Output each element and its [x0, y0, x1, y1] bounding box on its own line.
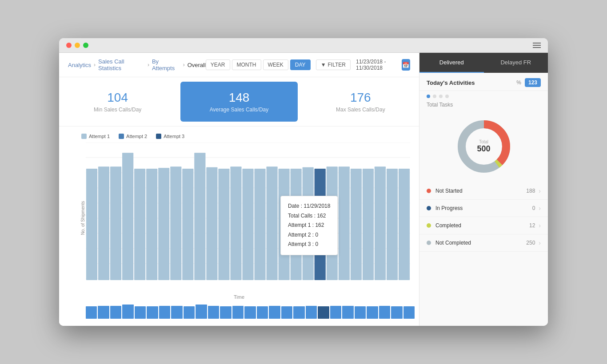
- svg-rect-25: [122, 153, 133, 280]
- donut-chart: Total 500: [455, 118, 513, 175]
- dot-3[interactable]: [439, 95, 443, 98]
- minimize-button[interactable]: [75, 43, 80, 48]
- right-panel: Delivered Delayed FR Today's Activities …: [419, 53, 548, 326]
- tooltip-attempt3: Attempt 3 : 0: [288, 240, 330, 249]
- x-axis-label: Time: [64, 294, 415, 301]
- task-count-not-completed: 250: [526, 240, 535, 246]
- breadcrumb-sep-3: ›: [183, 62, 185, 68]
- breadcrumb-sales-call-stats[interactable]: Sales Call Statistics: [98, 58, 145, 71]
- task-count-in-progress: 0: [532, 205, 535, 211]
- task-count-completed: 12: [529, 222, 535, 229]
- tooltip-date: Date : 11/29/2018: [288, 202, 330, 211]
- tab-delivered[interactable]: Delivered: [419, 53, 484, 73]
- task-name-completed: Completed: [435, 222, 529, 229]
- svg-rect-22: [98, 166, 109, 280]
- legend-attempt3: Attempt 3: [156, 134, 184, 139]
- filter-icon: ▼: [321, 62, 326, 68]
- mini-timeline[interactable]: [59, 301, 419, 326]
- legend-dot-attempt3: [156, 134, 161, 139]
- svg-rect-59: [399, 169, 410, 280]
- task-dot-completed: [427, 223, 431, 228]
- svg-rect-56: [375, 166, 386, 280]
- bar-chart[interactable]: No. of Shipments 0: [86, 142, 410, 293]
- legend-attempt2: Attempt 2: [119, 134, 147, 139]
- time-period-controls: YEAR MONTH WEEK DAY ▼ FILTER 11/23/2018 …: [206, 59, 410, 71]
- svg-rect-29: [158, 168, 169, 280]
- svg-rect-58: [387, 169, 398, 280]
- chart-legend: Attempt 1 Attempt 2 Attempt 3: [81, 134, 415, 139]
- svg-rect-53: [351, 169, 362, 280]
- donut-center: Total 500: [477, 139, 490, 154]
- maximize-button[interactable]: [83, 43, 88, 48]
- legend-dot-attempt2: [119, 134, 124, 139]
- task-item-not-completed[interactable]: Not Completed 250 ›: [419, 234, 548, 252]
- task-dot-not-completed: [427, 241, 431, 245]
- title-bar: [59, 38, 548, 53]
- chart-tooltip: Date : 11/29/2018 Total Calls : 162 Atte…: [280, 196, 338, 255]
- svg-rect-55: [363, 169, 374, 280]
- task-name-not-started: Not Started: [435, 188, 526, 194]
- svg-rect-41: [254, 169, 265, 280]
- svg-rect-32: [182, 169, 193, 280]
- avg-stat: 148 Average Sales Calls/Day: [180, 82, 297, 122]
- max-value: 176: [302, 91, 419, 105]
- chevron-right-icon-2: ›: [539, 205, 541, 212]
- activities-title: Today's Activities: [427, 79, 516, 86]
- close-button[interactable]: [66, 43, 72, 48]
- svg-rect-43: [266, 166, 277, 280]
- calendar-button[interactable]: 📅: [402, 59, 410, 71]
- task-item-in-progress[interactable]: In Progress 0 ›: [419, 200, 548, 217]
- date-range-text: 11/23/2018 - 11/30/2018: [356, 59, 399, 71]
- breadcrumb-sep-1: ›: [94, 62, 96, 68]
- task-name-not-completed: Not Completed: [435, 240, 526, 246]
- breadcrumb-analytics[interactable]: Analytics: [68, 62, 91, 68]
- legend-label-attempt3: Attempt 3: [164, 134, 184, 139]
- tab-delayed-fr[interactable]: Delayed FR: [484, 53, 548, 73]
- max-label: Max Sales Calls/Day: [302, 107, 419, 113]
- svg-rect-20: [86, 169, 97, 280]
- left-panel: Analytics › Sales Call Statistics › By A…: [59, 53, 419, 326]
- task-count-not-started: 188: [526, 188, 535, 194]
- week-button[interactable]: WEEK: [263, 59, 288, 70]
- max-stat: 176 Max Sales Calls/Day: [302, 81, 419, 123]
- carousel-dots: [419, 91, 548, 102]
- stats-row: 104 Min Sales Calls/Day 148 Average Sale…: [59, 77, 419, 127]
- activities-header: Today's Activities % 123: [419, 73, 548, 91]
- year-button[interactable]: YEAR: [206, 59, 230, 70]
- chevron-right-icon-3: ›: [539, 222, 541, 229]
- legend-dot-attempt1: [81, 134, 87, 139]
- donut-value: 500: [477, 144, 490, 153]
- svg-rect-38: [230, 166, 241, 280]
- chevron-right-icon: ›: [539, 187, 541, 194]
- activities-badge: 123: [525, 78, 541, 87]
- bars-layer: 11/01/201811/03/201811/05/201811/07/2018…: [86, 142, 410, 280]
- main-window: Analytics › Sales Call Statistics › By A…: [59, 38, 548, 326]
- month-button[interactable]: MONTH: [232, 59, 261, 70]
- percent-label: %: [516, 79, 521, 86]
- donut-chart-container: Total 500: [419, 113, 548, 182]
- traffic-lights: [66, 43, 88, 48]
- task-item-not-started[interactable]: Not Started 188 ›: [419, 182, 548, 200]
- day-button[interactable]: DAY: [290, 59, 311, 70]
- svg-rect-52: [339, 166, 350, 280]
- task-item-completed[interactable]: Completed 12 ›: [419, 217, 548, 234]
- svg-rect-34: [194, 153, 205, 280]
- svg-rect-37: [218, 169, 229, 280]
- tooltip-attempt2: Attempt 2 : 0: [288, 230, 330, 240]
- mini-bars: [86, 303, 415, 319]
- breadcrumb-by-attempts[interactable]: By Attempts: [152, 58, 180, 71]
- filter-button[interactable]: ▼ FILTER: [316, 59, 351, 70]
- chevron-right-icon-4: ›: [539, 239, 541, 246]
- task-name-in-progress: In Progress: [435, 205, 532, 211]
- tooltip-attempt1: Attempt 1 : 162: [288, 221, 330, 230]
- menu-button[interactable]: [533, 43, 541, 48]
- dot-4[interactable]: [445, 95, 449, 98]
- task-list: Not Started 188 › In Progress 0 › Comple…: [419, 182, 548, 326]
- svg-rect-40: [242, 169, 253, 280]
- legend-label-attempt2: Attempt 2: [126, 134, 147, 139]
- svg-rect-35: [206, 167, 217, 280]
- svg-rect-28: [146, 169, 157, 280]
- dot-1[interactable]: [427, 95, 430, 98]
- dot-2[interactable]: [433, 95, 436, 98]
- tooltip-total: Total Calls : 162: [288, 211, 330, 221]
